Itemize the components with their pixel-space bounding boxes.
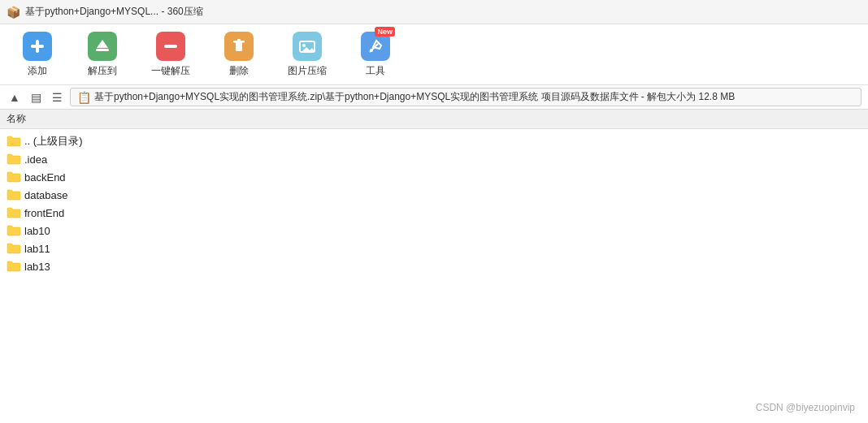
list-item[interactable]: .idea [0, 150, 868, 168]
nav-grid-button[interactable]: ▤ [28, 89, 44, 106]
svg-point-11 [370, 49, 373, 52]
svg-text:..: .. [11, 140, 14, 145]
list-item[interactable]: lab10 [0, 222, 868, 240]
list-item[interactable]: frontEnd [0, 204, 868, 222]
svg-rect-1 [31, 45, 44, 48]
svg-rect-5 [236, 41, 242, 51]
zip-file-icon: 📋 [77, 91, 91, 104]
toolbar-add-label: 添加 [28, 64, 47, 78]
folder-icon [7, 206, 21, 219]
toolbar-oneclick-button[interactable]: 一键解压 [143, 28, 198, 81]
file-name-label: .idea [24, 153, 47, 166]
toolbar-extract-icon [88, 32, 117, 61]
title-bar-icon: 📦 [7, 6, 20, 19]
folder-icon [7, 224, 21, 237]
file-name-label: lab11 [24, 243, 50, 255]
toolbar-oneclick-icon [156, 32, 185, 61]
new-badge: New [375, 27, 395, 37]
svg-rect-7 [237, 39, 241, 41]
nav-list-button[interactable]: ☰ [49, 89, 65, 106]
list-item[interactable]: backEnd [0, 168, 868, 186]
toolbar-extract-button[interactable]: 解压到 [78, 28, 127, 81]
folder-icon [7, 153, 21, 166]
folder-icon [7, 188, 21, 201]
toolbar-delete-label: 删除 [229, 64, 249, 78]
list-item[interactable]: lab13 [0, 257, 868, 275]
toolbar-delete-button[interactable]: 删除 [215, 28, 263, 81]
address-path-text: 基于python+Django+MYSQL实现的图书管理系统.zip\基于pyt… [94, 90, 735, 104]
list-item[interactable]: .. .. (上级目录) [0, 132, 868, 150]
title-bar: 📦 基于python+Django+MYSQL... - 360压缩 [0, 0, 868, 24]
title-bar-text: 基于python+Django+MYSQL... - 360压缩 [25, 5, 203, 19]
file-name-label: lab10 [24, 225, 50, 237]
toolbar-image-icon [293, 32, 322, 61]
toolbar-add-icon [23, 32, 52, 61]
file-name-label: database [24, 189, 68, 201]
file-list: .. .. (上级目录) .idea backEnd database fron… [0, 129, 868, 423]
file-name-label: .. (上级目录) [24, 134, 83, 149]
toolbar-tools-button[interactable]: New工具 [351, 28, 400, 81]
toolbar-oneclick-label: 一键解压 [151, 64, 190, 78]
folder-icon [7, 260, 21, 273]
file-name-label: frontEnd [24, 207, 64, 219]
toolbar-image-label: 图片压缩 [288, 64, 327, 78]
address-path-container: 📋 基于python+Django+MYSQL实现的图书管理系统.zip\基于p… [70, 88, 861, 106]
svg-rect-4 [164, 45, 177, 48]
toolbar: 添加 解压到 一键解压 删除 图片压缩 New工具 [0, 24, 868, 85]
toolbar-tools-label: 工具 [366, 64, 385, 78]
folder-icon [7, 242, 21, 255]
file-name-label: lab13 [24, 261, 50, 273]
address-bar: ▲ ▤ ☰ 📋 基于python+Django+MYSQL实现的图书管理系统.z… [0, 85, 868, 110]
toolbar-tools-icon: New [361, 32, 390, 61]
toolbar-add-button[interactable]: 添加 [13, 28, 62, 81]
parent-folder-icon: .. [7, 135, 21, 148]
list-item[interactable]: database [0, 186, 868, 204]
svg-marker-3 [97, 40, 108, 48]
content-area: 名称 .. .. (上级目录) .idea backEnd database f… [0, 110, 868, 423]
toolbar-image-button[interactable]: 图片压缩 [280, 28, 335, 81]
toolbar-delete-icon [224, 32, 254, 61]
list-item[interactable]: lab11 [0, 240, 868, 257]
svg-point-9 [302, 44, 306, 47]
watermark: CSDN @biyezuopinvip [756, 402, 855, 413]
column-header: 名称 [0, 110, 868, 129]
nav-back-button[interactable]: ▲ [7, 89, 23, 106]
toolbar-extract-label: 解压到 [88, 64, 117, 78]
file-name-label: backEnd [24, 171, 66, 183]
svg-rect-2 [96, 49, 109, 51]
folder-icon [7, 170, 21, 183]
column-name-label: 名称 [7, 112, 26, 126]
svg-marker-10 [302, 47, 315, 52]
